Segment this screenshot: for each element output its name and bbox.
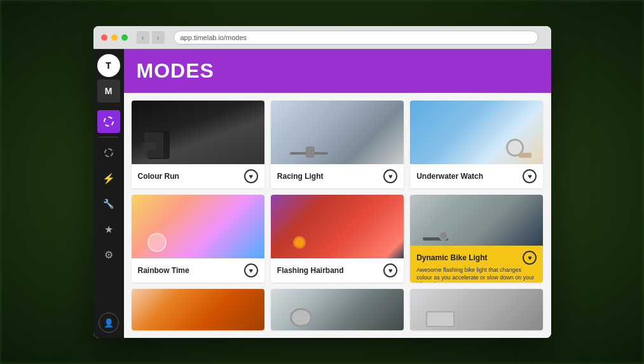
hairband-heart[interactable]: ♥ [383, 263, 397, 277]
rainbow-footer: Rainbow Time ♥ [132, 258, 264, 283]
maximize-dot[interactable] [121, 34, 128, 41]
logo-m[interactable]: M [97, 80, 120, 102]
sidebar-divider [99, 137, 118, 137]
main-area: MODES Colour Run ♥ [124, 49, 551, 338]
mode-card-row3-2[interactable] [271, 289, 404, 330]
app-content: T M ⚡ 🔧 ★ ⚙ [93, 49, 551, 338]
hairband-footer: Flashing Hairband ♥ [271, 258, 404, 283]
browser-chrome: ‹ › app.timelab.io/modes [93, 26, 551, 49]
heart-symbol-6: ♥ [528, 254, 532, 262]
sidebar-item-gear[interactable]: ⚙ [97, 243, 120, 266]
heart-symbol-4: ♥ [249, 267, 254, 274]
hairband-name: Flashing Hairband [277, 266, 344, 275]
wrench-icon: 🔧 [103, 199, 114, 209]
colour-run-heart[interactable]: ♥ [244, 169, 258, 183]
sidebar-item-bolt[interactable]: ⚡ [97, 167, 120, 190]
underwater-image [410, 101, 543, 164]
dynamic-bike-title-row: Dynamic Bike Light ♥ [416, 251, 537, 265]
sidebar-item-circle[interactable] [97, 141, 120, 164]
sidebar-item-star[interactable]: ★ [97, 218, 120, 241]
mode-card-racing-light[interactable]: Racing Light ♥ [271, 101, 404, 188]
colour-run-image [132, 101, 264, 164]
user-icon: 👤 [104, 318, 114, 328]
rainbow-heart[interactable]: ♥ [244, 263, 258, 277]
address-bar[interactable]: app.timelab.io/modes [174, 31, 538, 45]
racing-light-footer: Racing Light ♥ [271, 164, 404, 188]
heart-symbol-5: ♥ [388, 267, 393, 274]
hairband-image [271, 195, 404, 258]
row3-3-image [410, 289, 543, 330]
row3-2-image [271, 289, 404, 330]
minimize-dot[interactable] [111, 34, 118, 41]
dynamic-bike-heart[interactable]: ♥ [523, 251, 537, 265]
sidebar-item-user[interactable]: 👤 [99, 312, 119, 333]
page-title: MODES [137, 59, 538, 83]
forward-button[interactable]: › [152, 31, 165, 44]
sidebar: T M ⚡ 🔧 ★ ⚙ [93, 49, 124, 338]
mode-card-underwater[interactable]: Underwater Watch ♥ [410, 101, 543, 188]
star-icon: ★ [104, 223, 113, 235]
circle-icon [104, 148, 113, 157]
underwater-heart[interactable]: ♥ [523, 169, 537, 183]
sidebar-item-modes[interactable] [97, 110, 120, 133]
browser-nav: ‹ › [137, 31, 165, 44]
mode-card-colour-run[interactable]: Colour Run ♥ [132, 101, 264, 188]
sidebar-item-wrench[interactable]: 🔧 [97, 192, 120, 215]
logo-t[interactable]: T [97, 54, 120, 77]
racing-light-name: Racing Light [277, 172, 324, 181]
modes-grid: Colour Run ♥ Racing Light [124, 93, 551, 338]
racing-light-image [271, 101, 404, 164]
rainbow-name: Rainbow Time [138, 266, 189, 275]
dynamic-bike-name: Dynamic Bike Light [416, 253, 487, 262]
heart-symbol: ♥ [249, 172, 254, 180]
mode-card-dynamic-bike[interactable]: Dynamic Bike Light ♥ Awesome flashing bi… [410, 195, 543, 283]
colour-run-name: Colour Run [138, 172, 179, 181]
mode-card-hairband[interactable]: Flashing Hairband ♥ [271, 195, 404, 283]
back-button[interactable]: ‹ [137, 31, 149, 44]
heart-symbol-2: ♥ [388, 172, 393, 180]
mode-card-row3-3[interactable] [410, 289, 543, 330]
modes-sun-icon [104, 116, 114, 127]
mode-card-rainbow[interactable]: Rainbow Time ♥ [132, 195, 264, 283]
page-header: MODES [124, 49, 551, 93]
browser-window: ‹ › app.timelab.io/modes T M [93, 26, 551, 338]
heart-symbol-3: ♥ [528, 172, 532, 180]
underwater-name: Underwater Watch [416, 172, 483, 181]
dynamic-bike-footer: Dynamic Bike Light ♥ Awesome flashing bi… [410, 246, 543, 283]
row3-1-image [132, 289, 264, 330]
dynamic-bike-desc: Awesome flashing bike light that changes… [416, 267, 537, 283]
colour-run-footer: Colour Run ♥ [132, 164, 264, 188]
dynamic-bike-image [410, 195, 543, 246]
racing-light-heart[interactable]: ♥ [383, 169, 397, 183]
gear-icon: ⚙ [104, 249, 113, 261]
mode-card-row3-1[interactable] [132, 289, 264, 330]
rainbow-image [132, 195, 264, 258]
underwater-footer: Underwater Watch ♥ [410, 164, 543, 188]
bolt-icon: ⚡ [102, 172, 115, 185]
close-dot[interactable] [101, 34, 107, 41]
